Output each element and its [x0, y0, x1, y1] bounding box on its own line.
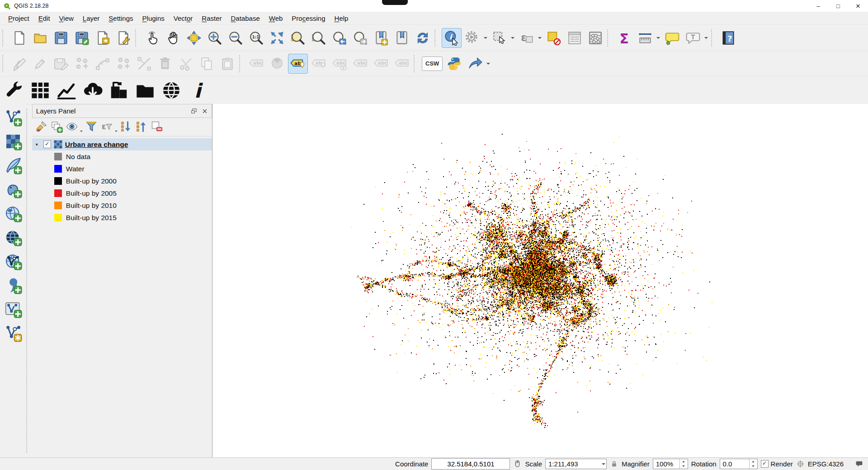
- collapse-arrow-icon[interactable]: ▾: [36, 142, 41, 147]
- menu-processing[interactable]: Processing: [287, 13, 330, 24]
- close-button[interactable]: ✕: [848, 0, 868, 12]
- rotation-spinbox[interactable]: 0.0: [720, 459, 758, 469]
- node-tool-button[interactable]: [93, 54, 113, 74]
- touch-zoom-pan-button[interactable]: [142, 28, 162, 48]
- current-edits-button[interactable]: [9, 54, 29, 74]
- magnifier-spinner[interactable]: [679, 459, 688, 469]
- legend-item[interactable]: Built-up by 2000: [32, 175, 212, 187]
- identify-features-button[interactable]: i: [442, 28, 462, 48]
- add-wfs-layer-button[interactable]: [2, 250, 24, 272]
- plugin-wrench-button[interactable]: [1, 79, 27, 102]
- add-feature-button[interactable]: [72, 54, 92, 74]
- legend-item[interactable]: Built-up by 2005: [32, 187, 212, 199]
- refresh-map-button[interactable]: [413, 28, 433, 48]
- composer-manager-button[interactable]: [113, 28, 133, 48]
- plugin-folder-button[interactable]: [132, 79, 158, 102]
- filter-by-expression-dropdown-arrow[interactable]: [114, 118, 118, 136]
- coordinate-input[interactable]: [431, 458, 510, 470]
- select-features-dropdown-arrow[interactable]: [510, 28, 515, 48]
- layer-row[interactable]: ▾ ✓ Urban area change: [32, 138, 212, 150]
- open-project-button[interactable]: [30, 28, 50, 48]
- split-features-button[interactable]: [134, 54, 154, 74]
- layer-labeling-options-button[interactable]: abc: [246, 54, 266, 74]
- add-part-button[interactable]: [113, 54, 133, 74]
- minimize-button[interactable]: –: [808, 0, 828, 12]
- new-shapefile-layer-button[interactable]: [2, 298, 24, 320]
- processing-toolbox-button[interactable]: [465, 54, 485, 74]
- select-by-expression-button[interactable]: ε: [517, 28, 537, 48]
- run-feature-action-dropdown-arrow[interactable]: [483, 28, 488, 48]
- new-project-button[interactable]: [9, 28, 29, 48]
- open-layer-styling-button[interactable]: [33, 120, 49, 135]
- panel-drag-handle[interactable]: [26, 108, 32, 453]
- add-delimited-text-layer-button[interactable]: [2, 155, 24, 176]
- pan-map-button[interactable]: [163, 28, 183, 48]
- menu-layer[interactable]: Layer: [78, 13, 104, 24]
- add-vector-layer-button[interactable]: [2, 107, 24, 128]
- toggle-editing-button[interactable]: [30, 54, 50, 74]
- zoom-last-button[interactable]: [330, 28, 349, 48]
- rotate-label-button[interactable]: abc: [371, 54, 391, 74]
- menu-raster[interactable]: Raster: [197, 13, 226, 24]
- move-label-button[interactable]: abc: [350, 54, 370, 74]
- filter-legend-by-map-button[interactable]: [84, 120, 99, 135]
- zoom-to-selection-button[interactable]: [309, 28, 329, 48]
- map-canvas[interactable]: [212, 104, 868, 457]
- zoom-out-button[interactable]: [226, 28, 245, 48]
- legend-item[interactable]: No data: [32, 150, 212, 163]
- add-wms-layer-button[interactable]: [2, 226, 24, 248]
- plugin-globe-button[interactable]: [159, 79, 184, 102]
- menu-settings[interactable]: Settings: [104, 13, 137, 24]
- toggle-extents-icon[interactable]: [513, 460, 522, 468]
- maximize-button[interactable]: □: [828, 0, 848, 12]
- zoom-next-button[interactable]: [350, 28, 370, 48]
- text-annotation-button[interactable]: T: [683, 28, 703, 48]
- rotation-spinner[interactable]: [749, 459, 757, 469]
- cut-features-button[interactable]: [176, 54, 196, 74]
- save-layer-edits-button[interactable]: [51, 54, 71, 74]
- legend-item[interactable]: Built-up by 2015: [32, 212, 212, 224]
- float-panel-button[interactable]: [189, 106, 199, 116]
- menu-view[interactable]: View: [55, 13, 78, 24]
- csw-search-button[interactable]: CSW: [422, 56, 443, 71]
- save-project-as-button[interactable]: [72, 28, 92, 48]
- highlight-pinned-labels-button[interactable]: ab: [309, 54, 329, 74]
- plugin-chart-button[interactable]: [54, 79, 79, 102]
- add-raster-layer-button[interactable]: [2, 131, 24, 152]
- manage-layer-visibility-button[interactable]: [64, 120, 80, 135]
- change-label-button[interactable]: abc: [392, 54, 412, 74]
- plugin-table-button[interactable]: [28, 79, 53, 102]
- copy-features-button[interactable]: [197, 54, 217, 74]
- show-bookmarks-button[interactable]: [392, 28, 412, 48]
- new-print-composer-button[interactable]: [93, 28, 113, 48]
- render-toggle[interactable]: ✓ Render: [761, 460, 793, 468]
- layer-diagram-options-button[interactable]: [267, 54, 287, 74]
- magnifier-spinbox[interactable]: 100%: [653, 459, 688, 469]
- collapse-all-button[interactable]: [134, 120, 149, 135]
- filter-by-expression-button[interactable]: ε: [99, 120, 114, 135]
- zoom-to-layer-button[interactable]: [288, 28, 308, 48]
- menu-edit[interactable]: Edit: [34, 13, 55, 24]
- add-spatialite-layer-button[interactable]: [2, 202, 24, 224]
- layer-name[interactable]: Urban area change: [65, 141, 128, 149]
- scale-combo[interactable]: 1:211,493: [545, 459, 607, 469]
- log-messages-icon[interactable]: [855, 460, 863, 468]
- help-contents-button[interactable]: ?: [718, 28, 738, 48]
- zoom-native-button[interactable]: 1:1: [246, 28, 266, 48]
- plugin-building-button[interactable]: [106, 79, 132, 102]
- add-postgis-layer-button[interactable]: [2, 179, 24, 200]
- legend-item[interactable]: Built-up by 2010: [32, 199, 212, 212]
- python-console-button[interactable]: [444, 54, 464, 74]
- menu-project[interactable]: Project: [4, 13, 34, 24]
- run-feature-action-button[interactable]: [462, 28, 482, 48]
- save-project-button[interactable]: [51, 28, 71, 48]
- layer-visibility-checkbox[interactable]: ✓: [43, 141, 51, 148]
- open-attribute-table-button[interactable]: [565, 28, 585, 48]
- menu-vector[interactable]: Vector: [169, 13, 198, 24]
- menu-plugins[interactable]: Plugins: [138, 13, 169, 24]
- menu-database[interactable]: Database: [226, 13, 264, 24]
- plugin-info-button[interactable]: i: [185, 79, 210, 102]
- add-virtual-layer-button[interactable]: [2, 274, 24, 296]
- select-by-expression-dropdown-arrow[interactable]: [537, 28, 542, 48]
- menu-web[interactable]: Web: [264, 13, 288, 24]
